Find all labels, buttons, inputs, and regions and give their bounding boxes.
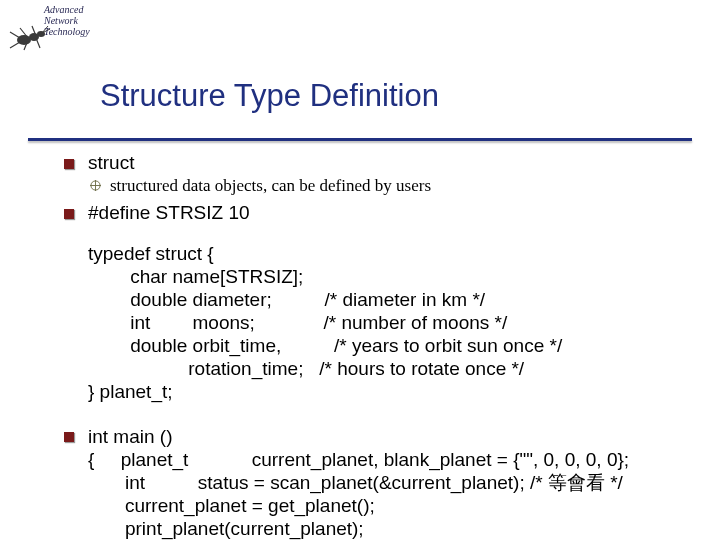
- logo-line3: Technology: [44, 26, 90, 37]
- subbullet-text: structured data objects, can be defined …: [110, 176, 431, 195]
- subbullet-struct-desc: structured data objects, can be defined …: [60, 176, 700, 196]
- logo-line1: Advanced: [44, 4, 90, 15]
- bullet-define: #define STRSIZ 10: [60, 202, 700, 224]
- bullet-struct: struct: [60, 152, 700, 174]
- main-code: int main () { planet_t current_planet, b…: [60, 425, 700, 540]
- slide-title: Structure Type Definition: [100, 78, 439, 114]
- slide-content: struct structured data objects, can be d…: [60, 148, 700, 540]
- title-underline: [28, 138, 692, 141]
- typedef-code: typedef struct { char name[STRSIZ]; doub…: [60, 242, 700, 403]
- svg-point-0: [17, 35, 31, 45]
- logo-line2: Network: [44, 15, 90, 26]
- crosshair-icon: [90, 180, 101, 191]
- logo: Advanced Network Technology: [6, 4, 96, 52]
